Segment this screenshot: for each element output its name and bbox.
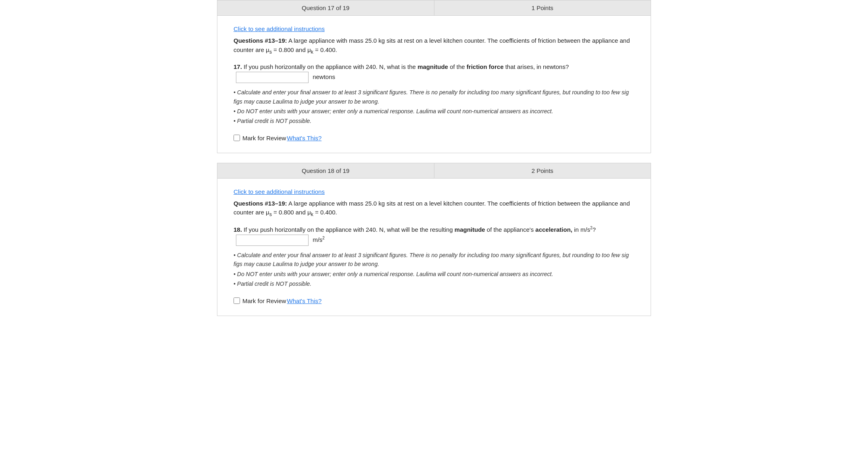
page-wrapper: Question 17 of 19 1 Points Click to see …	[217, 0, 651, 316]
q17-text-after: that arises, in newtons?	[504, 63, 569, 70]
q18-bold1: magnitude	[455, 226, 485, 233]
q17-whats-this-link[interactable]: What's This?	[287, 135, 321, 141]
q17-bold2: friction force	[467, 63, 504, 70]
q18-text-mid: of the appliance's	[485, 226, 536, 233]
q18-whats-this-link[interactable]: What's This?	[287, 297, 321, 304]
question-17-header: Question 17 of 19 1 Points	[217, 0, 651, 16]
question-18-header: Question 18 of 19 2 Points	[217, 163, 651, 179]
q17-number-label: Question 17 of 19	[217, 0, 434, 15]
q17-bold1: magnitude	[417, 63, 448, 70]
q18-text-before: If you push horizontally on the applianc…	[242, 226, 455, 233]
q18-hint2: • Do NOT enter units with your answer; e…	[234, 270, 634, 279]
q17-hint2: • Do NOT enter units with your answer; e…	[234, 107, 634, 116]
q18-unit-label: m/s2	[313, 236, 325, 243]
q18-text-end: ?	[593, 226, 596, 233]
q18-mark-review: Mark for Review What's This?	[234, 297, 634, 304]
q17-context: Questions #13–19: A large appliance with…	[234, 36, 634, 56]
q18-context-text2: = 0.800 and μ	[272, 209, 311, 216]
q18-number-label: Question 18 of 19	[217, 163, 434, 178]
q17-instructions-link[interactable]: Click to see additional instructions	[234, 25, 325, 32]
q17-text-mid: of the	[448, 63, 467, 70]
q18-hint1: • Calculate and enter your final answer …	[234, 251, 634, 269]
q18-instructions-link[interactable]: Click to see additional instructions	[234, 188, 325, 195]
q18-context-text3: = 0.400.	[313, 209, 337, 216]
q18-points-label: 2 Points	[434, 163, 651, 178]
q17-mark-review-label: Mark for Review	[242, 135, 286, 141]
q17-context-label: Questions #13–19:	[234, 37, 287, 44]
q17-question-body: 17. If you push horizontally on the appl…	[234, 62, 634, 83]
question-17-content: Click to see additional instructions Que…	[217, 16, 651, 153]
q17-context-text2: = 0.800 and μ	[272, 46, 311, 53]
q18-context: Questions #13–19: A large appliance with…	[234, 199, 634, 218]
q18-hints: • Calculate and enter your final answer …	[234, 251, 634, 289]
q18-answer-input[interactable]	[236, 235, 309, 246]
q18-text-after: in m/s	[572, 226, 590, 233]
q17-hint1: • Calculate and enter your final answer …	[234, 88, 634, 106]
q18-number: 18.	[234, 226, 242, 233]
q18-bold2: acceleration,	[535, 226, 572, 233]
q17-points-label: 1 Points	[434, 0, 651, 15]
q17-context-text3: = 0.400.	[313, 46, 337, 53]
q17-hints: • Calculate and enter your final answer …	[234, 88, 634, 126]
q17-mark-review-checkbox[interactable]	[234, 135, 240, 141]
q18-mark-review-checkbox[interactable]	[234, 297, 240, 304]
question-18-content: Click to see additional instructions Que…	[217, 179, 651, 316]
q17-mark-review: Mark for Review What's This?	[234, 135, 634, 141]
q17-unit-label: newtons	[313, 73, 335, 80]
q18-context-label: Questions #13–19:	[234, 200, 287, 207]
q18-hint3: • Partial credit is NOT possible.	[234, 279, 634, 288]
q17-answer-input[interactable]	[236, 72, 309, 83]
q17-text-before: If you push horizontally on the applianc…	[242, 63, 417, 70]
q18-question-body: 18. If you push horizontally on the appl…	[234, 225, 634, 246]
q17-number: 17.	[234, 63, 242, 70]
q17-hint3: • Partial credit is NOT possible.	[234, 116, 634, 125]
spacer-1	[217, 153, 651, 163]
q18-mark-review-label: Mark for Review	[242, 297, 286, 304]
